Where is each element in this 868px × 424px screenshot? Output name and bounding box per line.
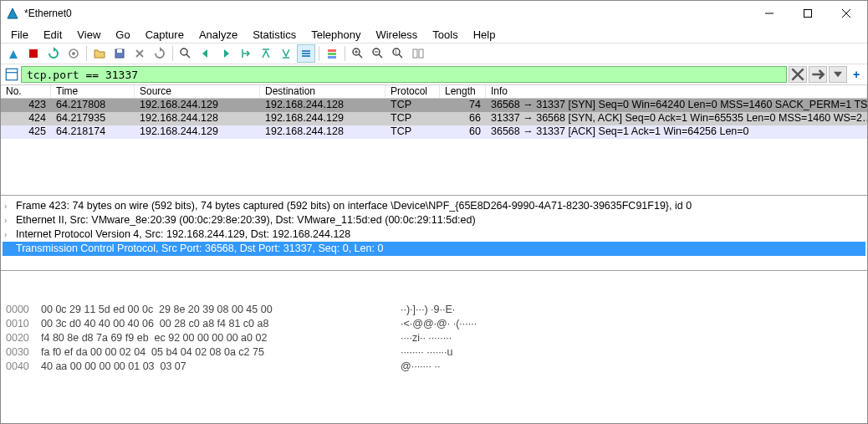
cell-proto: TCP (385, 112, 440, 125)
hex-ascii: ····zi·· ········ (401, 331, 452, 345)
display-filter-input[interactable] (21, 66, 787, 83)
menu-statistics[interactable]: Statistics (246, 27, 303, 43)
hex-offset: 0010 (6, 317, 41, 331)
resize-columns-button[interactable] (409, 44, 427, 63)
start-capture-button[interactable] (4, 44, 23, 63)
goto-first-button[interactable] (257, 44, 275, 63)
reload-button[interactable] (151, 44, 169, 63)
hex-line[interactable]: 001000 3c d0 40 40 00 40 06 00 28 c0 a8 … (6, 317, 862, 331)
expand-icon[interactable]: › (4, 242, 16, 256)
filter-bar: + (1, 64, 867, 84)
zoom-out-button[interactable] (369, 44, 387, 63)
goto-packet-button[interactable] (237, 44, 255, 63)
svg-point-6 (72, 52, 75, 55)
packet-list[interactable]: No. Time Source Destination Protocol Len… (1, 84, 867, 195)
svg-line-26 (379, 54, 382, 58)
col-time[interactable]: Time (51, 85, 135, 98)
menu-telephony[interactable]: Telephony (304, 27, 367, 43)
svg-rect-20 (328, 56, 336, 59)
menu-analyze[interactable]: Analyze (192, 27, 244, 43)
cell-info: 31337 → 36568 [SYN, ACK] Seq=0 Ack=1 Win… (486, 112, 867, 125)
close-button[interactable] (827, 1, 865, 26)
hex-bytes: 00 0c 29 11 5d ed 00 0c 29 8e 20 39 08 0… (41, 303, 401, 317)
col-no[interactable]: No. (1, 85, 51, 98)
hex-line[interactable]: 004040 aa 00 00 00 00 01 03 03 07@······… (6, 360, 862, 374)
save-file-button[interactable] (110, 44, 129, 63)
menu-file[interactable]: File (4, 27, 35, 43)
detail-line[interactable]: ›Internet Protocol Version 4, Src: 192.1… (3, 227, 865, 242)
svg-rect-19 (328, 53, 336, 55)
go-back-button[interactable] (197, 44, 215, 63)
toolbar-sep (345, 46, 345, 61)
detail-line[interactable]: ›Ethernet II, Src: VMware_8e:20:39 (00:0… (3, 213, 865, 227)
col-info[interactable]: Info (486, 85, 867, 98)
packet-row[interactable]: 42364.217808192.168.244.129192.168.244.1… (1, 99, 867, 112)
cell-dst: 192.168.244.128 (260, 125, 385, 139)
detail-line[interactable]: ›Frame 423: 74 bytes on wire (592 bits),… (3, 199, 865, 213)
bookmark-filter-icon[interactable] (4, 67, 19, 82)
clear-filter-button[interactable] (789, 66, 807, 83)
cell-proto: TCP (385, 125, 440, 139)
expand-icon[interactable]: › (4, 227, 16, 242)
go-forward-button[interactable] (217, 44, 235, 63)
goto-last-button[interactable] (277, 44, 295, 63)
cell-src: 192.168.244.128 (135, 112, 260, 125)
maximize-button[interactable] (789, 1, 827, 26)
capture-options-button[interactable] (64, 44, 83, 63)
detail-text: Internet Protocol Version 4, Src: 192.16… (16, 227, 350, 242)
hex-offset: 0030 (6, 345, 41, 360)
find-packet-button[interactable] (176, 44, 195, 63)
open-file-button[interactable] (90, 44, 109, 63)
apply-filter-button[interactable] (809, 66, 827, 83)
hex-bytes: f4 80 8e d8 7a 69 f9 eb ec 92 00 00 00 0… (41, 331, 401, 345)
hex-bytes: fa f0 ef da 00 00 02 04 05 b4 04 02 08 0… (41, 345, 401, 360)
toolbar: 1 (1, 43, 867, 64)
col-destination[interactable]: Destination (260, 85, 385, 98)
add-filter-button[interactable]: + (849, 66, 864, 83)
menu-wireless[interactable]: Wireless (369, 27, 424, 43)
close-file-button[interactable] (130, 44, 149, 63)
expand-icon[interactable]: › (4, 199, 16, 213)
hex-line[interactable]: 0020f4 80 8e d8 7a 69 f9 eb ec 92 00 00 … (6, 331, 862, 345)
menu-view[interactable]: View (70, 27, 107, 43)
zoom-reset-button[interactable]: 1 (389, 44, 407, 63)
hex-offset: 0000 (6, 303, 41, 317)
svg-rect-8 (117, 49, 122, 53)
toolbar-sep (86, 46, 87, 61)
menu-go[interactable]: Go (109, 27, 136, 43)
detail-line[interactable]: ›Transmission Control Protocol, Src Port… (3, 242, 865, 256)
svg-rect-1 (804, 10, 812, 18)
packet-row[interactable]: 42564.218174192.168.244.129192.168.244.1… (1, 125, 867, 139)
cell-time: 64.217935 (51, 112, 135, 125)
cell-src: 192.168.244.129 (135, 125, 260, 139)
col-protocol[interactable]: Protocol (385, 85, 440, 98)
svg-line-12 (186, 54, 190, 58)
stop-capture-button[interactable] (24, 44, 43, 63)
minimize-button[interactable] (750, 1, 789, 26)
packet-row[interactable]: 42464.217935192.168.244.128192.168.244.1… (1, 112, 867, 125)
zoom-in-button[interactable] (349, 44, 367, 63)
col-length[interactable]: Length (440, 85, 486, 98)
cell-len: 74 (440, 99, 486, 112)
packet-list-header[interactable]: No. Time Source Destination Protocol Len… (1, 84, 867, 99)
menu-capture[interactable]: Capture (139, 27, 191, 43)
col-source[interactable]: Source (135, 85, 260, 98)
cell-info: 36568 → 31337 [ACK] Seq=1 Ack=1 Win=6425… (486, 125, 867, 139)
hex-line[interactable]: 000000 0c 29 11 5d ed 00 0c 29 8e 20 39 … (6, 303, 862, 317)
app-icon (6, 7, 19, 20)
menu-tools[interactable]: Tools (426, 27, 464, 43)
expand-icon[interactable]: › (4, 213, 16, 227)
svg-text:1: 1 (395, 49, 397, 54)
autoscroll-button[interactable] (297, 44, 315, 63)
colorize-button[interactable] (323, 44, 341, 63)
cell-proto: TCP (385, 99, 440, 112)
detail-text: Frame 423: 74 bytes on wire (592 bits), … (16, 199, 692, 213)
menu-edit[interactable]: Edit (37, 27, 69, 43)
restart-capture-button[interactable] (44, 44, 63, 63)
packet-details[interactable]: ›Frame 423: 74 bytes on wire (592 bits),… (1, 195, 867, 270)
hex-line[interactable]: 0030fa f0 ef da 00 00 02 04 05 b4 04 02 … (6, 345, 862, 360)
menu-help[interactable]: Help (467, 27, 503, 43)
recent-filters-button[interactable] (829, 66, 847, 83)
detail-text: Transmission Control Protocol, Src Port:… (16, 242, 383, 256)
packet-bytes[interactable]: 000000 0c 29 11 5d ed 00 0c 29 8e 20 39 … (1, 270, 867, 391)
